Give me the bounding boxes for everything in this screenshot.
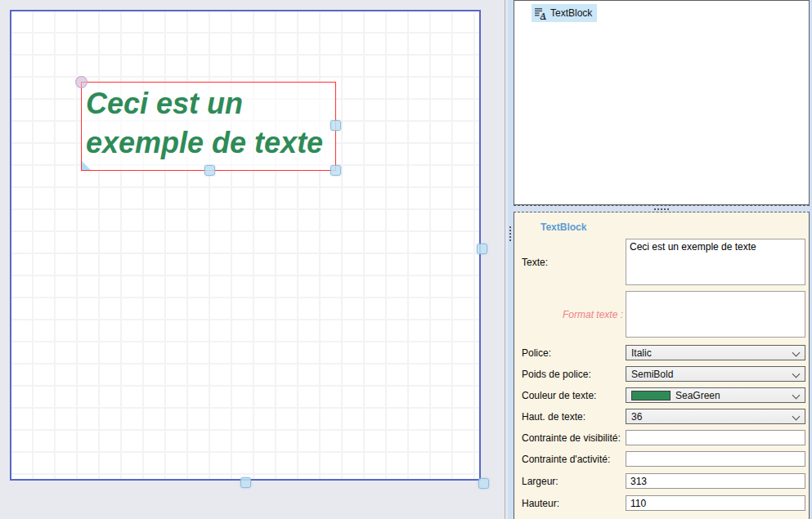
contrainte-visibilite-label: Contrainte de visibilité: bbox=[522, 430, 623, 445]
couleur-texte-combobox[interactable]: SeaGreen bbox=[626, 387, 805, 403]
color-swatch bbox=[631, 391, 671, 400]
svg-text:A: A bbox=[540, 11, 546, 20]
haut-texte-value: 36 bbox=[631, 411, 642, 423]
hauteur-input[interactable] bbox=[626, 495, 805, 511]
vertical-splitter[interactable] bbox=[507, 0, 514, 519]
outline-item-label: TextBlock bbox=[550, 7, 592, 19]
horizontal-splitter[interactable] bbox=[514, 205, 810, 213]
haut-texte-label: Haut. de texte: bbox=[522, 409, 623, 424]
police-value: Italic bbox=[631, 347, 652, 359]
outline-panel: A TextBlock bbox=[514, 0, 810, 205]
canvas-resize-handle-right[interactable] bbox=[477, 244, 487, 254]
contrainte-activite-label: Contrainte d'activité: bbox=[522, 451, 623, 467]
properties-panel: TextBlock Texte: Ceci est un exemple de … bbox=[514, 213, 810, 519]
largeur-label: Largeur: bbox=[522, 473, 623, 489]
anchor-point-handle[interactable] bbox=[75, 76, 87, 88]
texte-input[interactable]: Ceci est un exemple de texte bbox=[626, 239, 805, 285]
vertical-divider-line bbox=[505, 0, 505, 519]
chevron-down-icon bbox=[792, 370, 801, 378]
canvas-resize-handle-bottom[interactable] bbox=[240, 477, 251, 488]
format-texte-label: Format texte : bbox=[522, 291, 623, 338]
chevron-down-icon bbox=[792, 413, 801, 421]
contrainte-visibilite-input[interactable] bbox=[626, 430, 805, 445]
texte-label: Texte: bbox=[522, 239, 623, 285]
properties-title: TextBlock bbox=[541, 221, 586, 233]
couleur-texte-value: SeaGreen bbox=[675, 390, 720, 401]
poids-police-label: Poids de police: bbox=[522, 366, 623, 382]
designer-background: Ceci est un exemple de texte bbox=[0, 0, 505, 519]
margin-indicator-triangle[interactable] bbox=[82, 161, 91, 170]
chevron-down-icon bbox=[792, 349, 801, 357]
largeur-input[interactable] bbox=[626, 473, 805, 489]
textblock-icon: A bbox=[534, 7, 547, 20]
contrainte-activite-input[interactable] bbox=[626, 451, 805, 467]
haut-texte-combobox[interactable]: 36 bbox=[626, 409, 805, 424]
outline-item-textblock[interactable]: A TextBlock bbox=[532, 4, 597, 22]
format-texte-input[interactable] bbox=[626, 291, 805, 338]
police-label: Police: bbox=[522, 345, 623, 360]
poids-police-combobox[interactable]: SemiBold bbox=[626, 366, 805, 382]
canvas-textblock[interactable]: Ceci est un exemple de texte bbox=[81, 82, 336, 171]
hauteur-label: Hauteur: bbox=[522, 495, 623, 511]
vertical-splitter-grip bbox=[509, 226, 511, 241]
canvas-resize-handle-corner[interactable] bbox=[478, 478, 489, 489]
couleur-texte-label: Couleur de texte: bbox=[522, 387, 623, 403]
poids-police-value: SemiBold bbox=[631, 369, 673, 380]
resize-handle-bottom-right[interactable] bbox=[330, 165, 341, 176]
design-canvas[interactable]: Ceci est un exemple de texte bbox=[10, 10, 481, 481]
police-combobox[interactable]: Italic bbox=[626, 345, 805, 360]
resize-handle-bottom[interactable] bbox=[204, 165, 215, 176]
resize-handle-right[interactable] bbox=[330, 120, 341, 131]
chevron-down-icon bbox=[792, 391, 801, 400]
